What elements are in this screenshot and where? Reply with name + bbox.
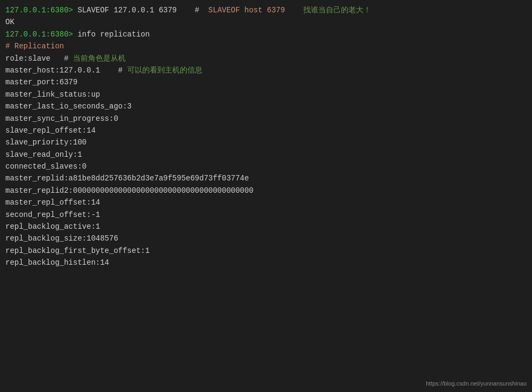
line-text: second_repl_offset:-1 — [5, 210, 100, 219]
line-text: repl_backlog_size:1048576 — [5, 234, 118, 243]
line-text: 当前角色是从机 — [73, 54, 126, 63]
line-text: master_repl_offset:14 — [5, 198, 100, 207]
terminal-line: master_host:127.0.0.1 # 可以的看到主机的信息 — [5, 64, 527, 76]
terminal-line: master_repl_offset:14 — [5, 197, 527, 208]
line-text: SLAVEOF host 6379 — [208, 6, 285, 14]
line-text: role:slave # — [5, 54, 73, 63]
line-text: repl_backlog_first_byte_offset:1 — [5, 246, 150, 255]
terminal-line: slave_priority:100 — [5, 136, 527, 148]
line-text — [285, 6, 303, 14]
terminal-line: 127.0.0.1:6380> info replication — [5, 28, 527, 40]
line-text: 127.0.0.1:6380> — [5, 30, 77, 39]
line-text: master_last_io_seconds_ago:3 — [5, 102, 132, 111]
terminal-line: OK — [5, 16, 527, 28]
line-text: master_port:6379 — [5, 78, 77, 86]
line-text: 找谁当自己的老大！ — [303, 6, 371, 14]
line-text: info replication — [77, 30, 149, 39]
watermark: https://blog.csdn.net/yunnansunshinao — [426, 380, 527, 387]
terminal-line: master_port:6379 — [5, 76, 527, 88]
line-text: master_host:127.0.0.1 # — [5, 66, 127, 75]
terminal-line: role:slave # 当前角色是从机 — [5, 53, 527, 64]
line-text: 127.0.0.1:6380> — [5, 6, 77, 14]
terminal-line: 127.0.0.1:6380> SLAVEOF 127.0.0.1 6379 #… — [5, 4, 527, 16]
terminal-line: master_last_io_seconds_ago:3 — [5, 100, 527, 112]
line-text: 可以的看到主机的信息 — [127, 66, 202, 75]
line-text: # — [177, 6, 208, 14]
terminal-line: # Replication — [5, 40, 527, 52]
line-text: OK — [5, 18, 14, 26]
terminal-line: master_replid:a81be8dd257636b2d3e7a9f595… — [5, 172, 527, 184]
terminal-line: repl_backlog_size:1048576 — [5, 233, 527, 244]
terminal-line: slave_repl_offset:14 — [5, 125, 527, 136]
line-text: slave_repl_offset:14 — [5, 126, 96, 135]
terminal-line: slave_read_only:1 — [5, 149, 527, 161]
line-text: master_replid:a81be8dd257636b2d3e7a9f595… — [5, 174, 249, 183]
line-text: repl_backlog_active:1 — [5, 222, 100, 231]
line-text: slave_priority:100 — [5, 138, 86, 147]
terminal-line: second_repl_offset:-1 — [5, 209, 527, 221]
terminal-line: repl_backlog_histlen:14 — [5, 257, 527, 268]
line-text: master_replid2:0000000000000000000000000… — [5, 186, 253, 195]
terminal-line: master_link_status:up — [5, 89, 527, 100]
terminal-line: connected_slaves:0 — [5, 161, 527, 172]
line-text: # Replication — [5, 42, 64, 50]
line-text: master_sync_in_progress:0 — [5, 114, 118, 123]
line-text: connected_slaves:0 — [5, 162, 86, 171]
terminal-window: 127.0.0.1:6380> SLAVEOF 127.0.0.1 6379 #… — [0, 0, 532, 392]
line-text: repl_backlog_histlen:14 — [5, 258, 109, 267]
terminal-line: repl_backlog_first_byte_offset:1 — [5, 245, 527, 257]
line-text: master_link_status:up — [5, 90, 100, 99]
terminal-line: master_sync_in_progress:0 — [5, 113, 527, 125]
terminal-line: repl_backlog_active:1 — [5, 221, 527, 233]
line-text: slave_read_only:1 — [5, 150, 82, 159]
line-text: SLAVEOF 127.0.0.1 6379 — [77, 6, 177, 14]
terminal-content: 127.0.0.1:6380> SLAVEOF 127.0.0.1 6379 #… — [5, 4, 527, 269]
terminal-line: master_replid2:0000000000000000000000000… — [5, 185, 527, 197]
